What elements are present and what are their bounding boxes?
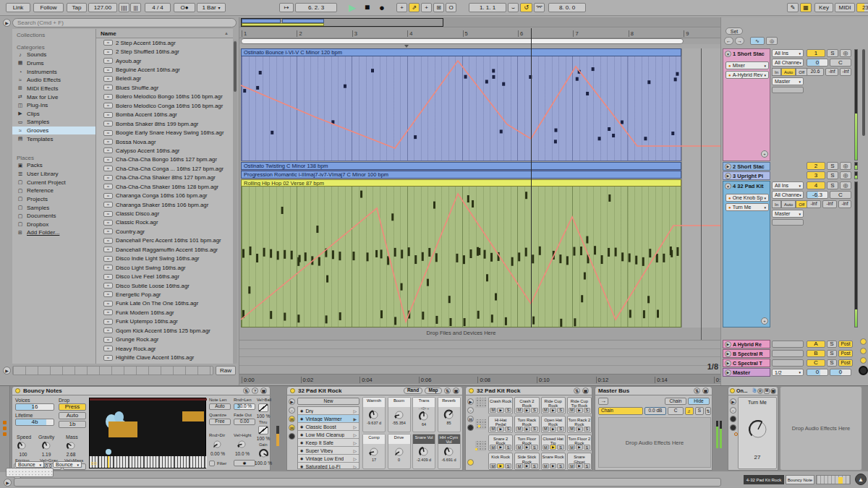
time-signature-field[interactable]: 4 / 4 — [145, 3, 171, 12]
groove-file-row[interactable]: ≈2 Step Shuffled 16ths.agr — [96, 47, 233, 56]
pad-solo-button[interactable]: S — [531, 445, 537, 450]
pad-solo-button[interactable]: S — [557, 427, 563, 432]
track-1-output[interactable]: Master▾ — [772, 77, 804, 85]
loop-brace[interactable] — [241, 38, 684, 44]
chain-volume[interactable]: 0.0 dB — [644, 407, 666, 415]
pad-mute-button[interactable]: M — [516, 445, 522, 450]
chain-classic-boost[interactable]: ◉Classic Boost▷ — [298, 423, 359, 431]
return-a-solo[interactable]: S — [827, 341, 837, 348]
on-device-title[interactable]: On... ☃ R M ▣ — [728, 386, 778, 395]
current-clip-label[interactable]: Bouncy Note — [786, 475, 814, 484]
track-1-monitor[interactable]: InAutoOff — [772, 68, 807, 76]
speed-knob[interactable] — [17, 440, 27, 451]
macro-knob[interactable] — [413, 411, 435, 422]
fold-rack-icon[interactable]: − — [467, 407, 474, 414]
track-fold-icon[interactable]: ▼ — [725, 51, 731, 57]
drop-press-button[interactable]: Press — [59, 403, 86, 411]
chain-vintage-warmer[interactable]: ◉Vintage Warmer▶ — [298, 415, 359, 423]
metronome-volume-icon[interactable]: ||| — [130, 3, 141, 12]
clip-body-ostinato-bounce[interactable] — [241, 56, 681, 161]
fadeout-field[interactable]: 0.00 — [234, 419, 255, 425]
macro-rack-title[interactable]: 32 Pad Kit Rock Rand Map ⇅ ▣ — [286, 386, 463, 395]
track-1-automation-device-select[interactable]: ●Mixer▾ — [726, 61, 769, 69]
groove-file-row[interactable]: ≈Country.agr — [96, 227, 233, 236]
mass-knob[interactable] — [66, 440, 77, 451]
chain-expand-icon[interactable]: ▷ — [353, 448, 357, 453]
return-c-activator[interactable]: C — [807, 359, 825, 367]
track-2-activator[interactable]: 2 — [807, 162, 825, 170]
pad-solo-button[interactable]: S — [557, 463, 563, 468]
track-1-input-type[interactable]: All Ins▾ — [772, 49, 804, 57]
map-badge[interactable]: M — [764, 388, 770, 394]
track-fold-icon[interactable]: ▶ — [725, 173, 731, 179]
current-device-label[interactable]: 4-32 Pad Kit Rock — [744, 475, 784, 484]
pad-mute-button[interactable]: M — [569, 427, 575, 432]
pad-solo-button[interactable]: S — [531, 427, 537, 432]
pad-mute-button[interactable]: M — [490, 445, 496, 450]
drum-pad-closed-hat-tip[interactable]: Closed Hat TipM▶S — [541, 435, 566, 452]
track-fold-icon[interactable]: ▼ — [725, 183, 731, 189]
master-cue-out[interactable]: 1/2▾ — [772, 369, 804, 376]
pad-solo-button[interactable]: S — [531, 463, 537, 468]
track-1-solo[interactable]: S — [827, 49, 838, 57]
groove-amount-menu[interactable]: O● — [174, 3, 195, 12]
chain-hotswap-icon[interactable]: ◉ — [300, 440, 303, 445]
loop-length-field[interactable]: 8. 0. 0 — [548, 3, 586, 12]
automation-lock-button[interactable]: ◎ — [766, 37, 778, 45]
groove-file-row[interactable]: ≈Hip Hop Boom Bap 16ths 90 bpm.agr — [96, 362, 233, 364]
master-bus-drop-zone[interactable]: Drop Audio Effects Here — [598, 417, 711, 468]
groove-file-row[interactable]: ≈Cha-Cha-Cha Conga ... 16ths 127 bpm.agr — [96, 164, 233, 173]
rndlen-field[interactable]: 30.0 % — [234, 403, 255, 410]
groove-file-row[interactable]: ≈Cha-Cha-Cha Shaker 16ths 128 bpm.agr — [96, 182, 233, 191]
computer-midi-keyboard-button[interactable]: ▦ — [800, 3, 812, 12]
track-4-automation-device-select[interactable]: ●One Knob Sp▾ — [726, 194, 769, 202]
groove-file-row[interactable]: ≈Dancehall Perc Accent 16ths 101 bpm.agr — [96, 236, 233, 245]
return-b-chooser[interactable] — [772, 350, 804, 357]
chain-hotswap-icon[interactable]: ◉ — [300, 464, 303, 468]
add-automation-lane-button[interactable]: + — [761, 150, 768, 158]
pad-mute-button[interactable]: M — [490, 463, 496, 468]
loop-button[interactable]: ↺ — [520, 3, 532, 12]
macro-knob[interactable] — [388, 409, 410, 421]
save-preset-icon[interactable]: ▣ — [453, 388, 459, 394]
rand-macros-button[interactable]: Rand — [404, 388, 422, 394]
pad-mute-button[interactable]: M — [542, 445, 549, 450]
chain-expand-icon[interactable]: ▷ — [353, 408, 357, 414]
save-preset-icon[interactable]: ▣ — [582, 388, 589, 394]
clip-title-ostinato-bounce[interactable]: Ostinato Bounce i-VI-V C Minor 120 bpm — [241, 48, 681, 56]
chain-super-vibey[interactable]: ◉Super Vibey▷ — [298, 447, 359, 455]
midi-map-button[interactable]: MIDI — [835, 3, 855, 12]
groove-file-row[interactable]: ≈Disco Light Swing 16ths.agr — [96, 263, 233, 272]
macro-knob[interactable] — [363, 446, 385, 458]
sidebar-item-packs[interactable]: ▣Packs — [12, 161, 95, 170]
groove-scrub-strip[interactable] — [12, 366, 213, 375]
drum-pad-snare-ghost[interactable]: Snare GhostM▶S — [567, 453, 592, 470]
pad-mute-button[interactable]: M — [569, 445, 575, 450]
save-preset-icon[interactable]: ▣ — [702, 388, 709, 394]
crossfader-icon[interactable] — [859, 366, 868, 375]
sidebar-item-midi-effects[interactable]: ⊞MIDI Effects — [12, 85, 95, 93]
chain-hotswap-icon[interactable]: ◉ — [300, 424, 303, 429]
sidebar-item-max-for-live[interactable]: ⇄Max for Live — [12, 93, 95, 101]
automation-mode-button[interactable]: ∿ — [750, 37, 765, 45]
groove-file-row[interactable]: ≈Charanga Conga 16ths 106 bpm.agr — [96, 191, 233, 200]
follow-button[interactable]: Follow — [33, 3, 64, 12]
clip-title-ostinato-twisting[interactable]: Ostinato Twisting C Minor 138 bpm — [241, 162, 681, 170]
macro-knob[interactable] — [438, 446, 460, 458]
track-1-send-b[interactable]: -inf — [825, 68, 838, 76]
chain-expand-icon[interactable]: ▷ — [353, 440, 357, 445]
track-2-solo[interactable]: S — [827, 162, 838, 170]
tap-tempo-button[interactable]: Tap — [67, 3, 87, 12]
return-c-badge-icon[interactable] — [860, 357, 867, 364]
groove-file-row[interactable]: ≈Disco Indie Light Swing 16ths.agr — [96, 254, 233, 263]
paddle-block[interactable] — [182, 411, 204, 421]
return-a-chooser[interactable] — [772, 341, 804, 348]
sidebar-item-templates[interactable]: ▤Templates — [12, 134, 95, 143]
pad-play-icon[interactable]: ▶ — [550, 445, 556, 450]
tempo-field[interactable]: 127.00 — [88, 3, 117, 12]
bouncy-notes-title[interactable]: Bouncy Notes ⇅ ? ▣ — [12, 386, 271, 395]
pad-overview-top[interactable] — [475, 398, 486, 408]
groove-file-row[interactable]: ≈Gqom Kick Accent 16ths 125 bpm.agr — [96, 326, 233, 335]
auto-select-icon[interactable] — [467, 459, 474, 466]
groove-file-row[interactable]: ≈Funk Modern 16ths.agr — [96, 308, 233, 317]
